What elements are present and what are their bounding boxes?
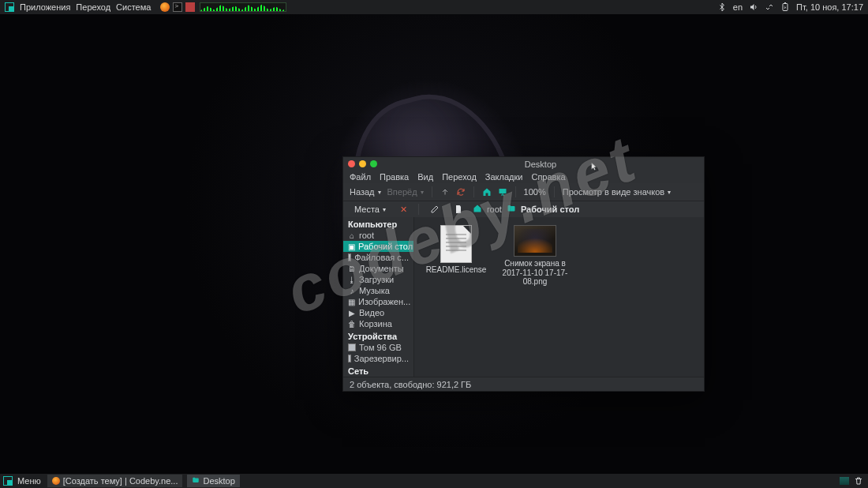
menu-system[interactable]: Система <box>116 2 151 12</box>
volume-icon[interactable] <box>749 2 758 12</box>
menu-button[interactable]: Меню <box>17 476 41 486</box>
menu-help[interactable]: Справка <box>531 172 565 182</box>
file-manager-window: Desktop Файл Правка Вид Переход Закладки… <box>342 156 705 392</box>
places-dropdown[interactable]: Места ▾ <box>350 203 391 216</box>
terminal-icon[interactable] <box>173 2 182 12</box>
bottom-panel: Меню [Создать тему] | Codeby.ne... Deskt… <box>0 474 868 488</box>
taskbar-item-desktop[interactable]: Desktop <box>187 475 239 487</box>
window-title: Desktop <box>382 160 699 169</box>
folder-icon <box>192 476 200 486</box>
menu-bookmarks[interactable]: Закладки <box>485 172 523 182</box>
svg-rect-1 <box>499 189 506 193</box>
maximize-icon[interactable] <box>370 160 377 167</box>
sidebar-item-root[interactable]: ⌂root <box>343 230 413 241</box>
titlebar[interactable]: Desktop <box>343 157 704 171</box>
document-icon <box>440 225 472 263</box>
menu-places[interactable]: Переход <box>76 2 110 12</box>
distro-logo-icon[interactable] <box>5 2 14 12</box>
computer-button[interactable] <box>498 187 507 197</box>
sidebar-item-filesystem[interactable]: Файловая с... <box>343 252 413 263</box>
cpu-graph-applet[interactable] <box>200 2 286 12</box>
sidebar-item-reserved[interactable]: Зарезервир... <box>343 353 413 364</box>
sidebar-item-videos[interactable]: ▶Видео <box>343 307 413 318</box>
menu-logo-icon[interactable] <box>3 476 13 486</box>
minimize-icon[interactable] <box>359 160 366 167</box>
bluetooth-icon[interactable] <box>717 2 727 12</box>
taskbar-item-browser[interactable]: [Создать тему] | Codeby.ne... <box>47 475 183 487</box>
menu-view[interactable]: Вид <box>417 172 433 182</box>
new-doc-button[interactable] <box>449 203 468 216</box>
home-button[interactable] <box>482 187 492 197</box>
sidebar-item-music[interactable]: ♪Музыка <box>343 285 413 296</box>
sidebar-item-downloads[interactable]: ⭳Загрузки <box>343 274 413 285</box>
clock[interactable]: Пт, 10 ноя, 17:17 <box>796 2 863 12</box>
keyboard-layout-indicator[interactable]: en <box>733 2 743 12</box>
sidebar-item-documents[interactable]: 🗎Документы <box>343 263 413 274</box>
menu-edit[interactable]: Правка <box>380 172 409 182</box>
file-item-readme[interactable]: README.license <box>422 225 490 275</box>
path-edit-button[interactable] <box>425 203 444 216</box>
breadcrumb-root[interactable]: root <box>487 205 502 214</box>
menu-go[interactable]: Переход <box>442 172 477 182</box>
breadcrumb: root Рабочий стол <box>473 204 579 215</box>
firefox-icon <box>52 477 60 485</box>
image-thumbnail-icon <box>514 225 556 257</box>
battery-icon[interactable] <box>780 2 790 12</box>
network-icon[interactable] <box>765 2 774 12</box>
sidebar-item-trash[interactable]: 🗑Корзина <box>343 318 413 329</box>
close-icon[interactable] <box>348 160 355 167</box>
toolbar: Назад▾ Вперёд▾ 100% Просмотр в виде знач… <box>343 183 704 201</box>
launcher-icon[interactable] <box>185 2 195 12</box>
menu-applications[interactable]: Приложения <box>20 2 70 12</box>
top-panel: Приложения Переход Система en Пт, 10 ноя… <box>0 0 868 14</box>
back-button[interactable]: Назад▾ <box>350 187 381 197</box>
folder-icon <box>507 204 516 215</box>
file-label: Снимок экрана в 2017-11-10 17-17-08.png <box>501 259 569 287</box>
file-item-screenshot[interactable]: Снимок экрана в 2017-11-10 17-17-08.png <box>501 225 569 287</box>
sidebar-item-desktop[interactable]: ▣Рабочий стол <box>343 241 413 252</box>
cursor-icon <box>590 162 600 171</box>
menu-file[interactable]: Файл <box>350 172 371 182</box>
workspace-switcher[interactable] <box>840 477 849 485</box>
up-button[interactable] <box>440 187 450 197</box>
status-bar: 2 объекта, свободно: 921,2 ГБ <box>343 377 704 391</box>
sidebar: Компьютер ⌂root ▣Рабочий стол Файловая с… <box>343 217 414 377</box>
close-panel-button[interactable]: ✕ <box>395 203 412 216</box>
location-bar: Места ▾ ✕ root Рабочий стол <box>343 201 704 217</box>
breadcrumb-current[interactable]: Рабочий стол <box>521 205 579 214</box>
sidebar-item-pictures[interactable]: ▦Изображен... <box>343 296 413 307</box>
sidebar-heading-network: Сеть <box>343 364 413 377</box>
sidebar-heading-computer: Компьютер <box>343 217 413 230</box>
home-icon[interactable] <box>473 204 482 215</box>
sidebar-item-volume[interactable]: Том 96 GB <box>343 342 413 353</box>
file-label: README.license <box>426 265 487 275</box>
firefox-icon[interactable] <box>160 2 170 12</box>
trash-icon[interactable] <box>854 476 863 486</box>
forward-button: Вперёд▾ <box>387 187 424 197</box>
menubar: Файл Правка Вид Переход Закладки Справка <box>343 171 704 183</box>
icon-view[interactable]: README.license Снимок экрана в 2017-11-1… <box>414 217 704 377</box>
sidebar-heading-devices: Устройства <box>343 329 413 342</box>
zoom-level[interactable]: 100% <box>524 187 546 197</box>
reload-button[interactable] <box>456 187 466 197</box>
view-mode-selector[interactable]: Просмотр в виде значков ▾ <box>563 187 671 197</box>
